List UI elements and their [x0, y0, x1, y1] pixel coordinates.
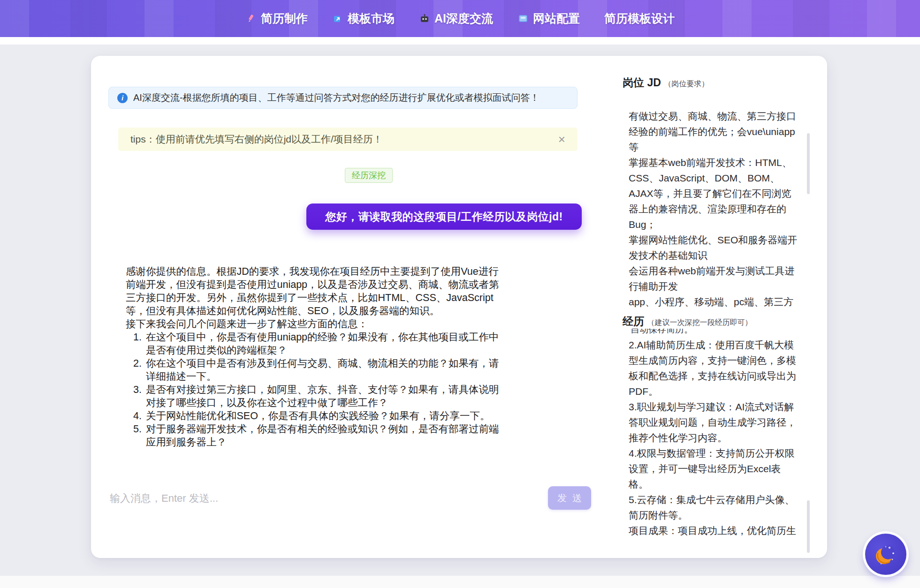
user-message-bubble: 您好，请读取我的这段项目/工作经历以及岗位jd!	[306, 204, 582, 230]
site-config-icon	[517, 13, 529, 24]
message-input[interactable]	[110, 487, 466, 510]
page-bottom-band	[0, 576, 920, 588]
jd-title-text: 岗位 JD	[623, 76, 661, 89]
ai-message: 感谢你提供的信息。根据JD的要求，我发现你在项目经历中主要提到了使用Vue进行前…	[126, 265, 502, 449]
ai-message-intro: 感谢你提供的信息。根据JD的要求，我发现你在项目经历中主要提到了使用Vue进行前…	[126, 265, 502, 317]
dark-mode-toggle-button[interactable]	[865, 534, 906, 575]
tips-banner: tips：使用前请优先填写右侧的岗位jd以及工作/项目经历！ ×	[118, 128, 578, 151]
top-nav: 简历制作 模板市场 AI深度交流	[0, 0, 920, 37]
nav-label: 简历模板设计	[604, 11, 675, 26]
nav-item-site-config[interactable]: 网站配置	[517, 11, 580, 26]
nav-label: 简历制作	[261, 11, 308, 26]
ai-question-list: 在这个项目中，你是否有使用uniapp的经验？如果没有，你在其他项目或工作中是否…	[126, 331, 502, 449]
jd-section-title: 岗位 JD （岗位要求）	[623, 75, 709, 90]
experience-textarea[interactable]: 2.AI辅助简历生成：使用百度千帆大模型生成简历内容，支持一键润色，多模板和配色…	[629, 337, 798, 540]
close-icon[interactable]: ×	[558, 133, 565, 145]
nav-label: AI深度交流	[434, 11, 493, 26]
ai-robot-icon	[419, 13, 430, 24]
ai-question: 对于服务器端开发技术，你是否有相关的经验或知识？例如，是否有部署过前端应用到服务…	[144, 422, 502, 449]
experience-clipped-line: 自动保存简历。	[631, 329, 771, 335]
experience-scrollbar[interactable]	[807, 500, 810, 553]
info-banner-text: AI深度交流-根据您所填的项目、工作等通过问答方式对您的经历进行扩展优化或者模拟…	[133, 91, 540, 104]
experience-section-title: 经历 （建议一次深挖一段经历即可）	[623, 314, 752, 329]
main-panel: i AI深度交流-根据您所填的项目、工作等通过问答方式对您的经历进行扩展优化或者…	[91, 56, 827, 558]
ai-question: 在这个项目中，你是否有使用uniapp的经验？如果没有，你在其他项目或工作中是否…	[144, 331, 502, 357]
info-icon: i	[117, 93, 128, 103]
ai-question: 关于网站性能优化和SEO，你是否有具体的实践经验？如果有，请分享一下。	[144, 409, 502, 422]
ai-question: 是否有对接过第三方接口，如阿里、京东、抖音、支付等？如果有，请具体说明对接了哪些…	[144, 383, 502, 409]
ai-question: 你在这个项目中是否有涉及到任何与交易、商城、物流相关的功能？如果有，请详细描述一…	[144, 357, 502, 383]
moon-icon	[865, 569, 906, 576]
experience-title-subtitle: （建议一次深挖一段经历即可）	[647, 318, 752, 326]
nav-items: 简历制作 模板市场 AI深度交流	[245, 11, 675, 26]
nav-label: 网站配置	[533, 11, 580, 26]
nav-item-template-design[interactable]: 简历模板设计	[604, 11, 675, 26]
resume-pen-icon	[245, 13, 257, 24]
nav-bottom-band	[0, 37, 920, 45]
jd-textarea[interactable]: 有做过交易、商城、物流、第三方接口经验的前端工作的优先；会vue\uniapp等…	[629, 108, 798, 311]
nav-item-ai-chat[interactable]: AI深度交流	[419, 11, 493, 26]
nav-item-resume-builder[interactable]: 简历制作	[245, 11, 308, 26]
template-market-icon	[332, 13, 343, 24]
nav-label: 模板市场	[348, 11, 395, 26]
tips-banner-text: tips：使用前请优先填写右侧的岗位jd以及工作/项目经历！	[130, 133, 383, 146]
ai-message-lead: 接下来我会问几个问题来进一步了解这些方面的信息：	[126, 317, 502, 331]
experience-title-text: 经历	[623, 315, 644, 327]
send-button[interactable]: 发送	[548, 486, 591, 510]
session-tag: 经历深挖	[345, 168, 393, 183]
jd-title-subtitle: （岗位要求）	[664, 80, 709, 88]
nav-item-template-market[interactable]: 模板市场	[332, 11, 395, 26]
jd-scrollbar[interactable]	[807, 133, 810, 194]
info-banner: i AI深度交流-根据您所填的项目、工作等通过问答方式对您的经历进行扩展优化或者…	[108, 87, 578, 109]
